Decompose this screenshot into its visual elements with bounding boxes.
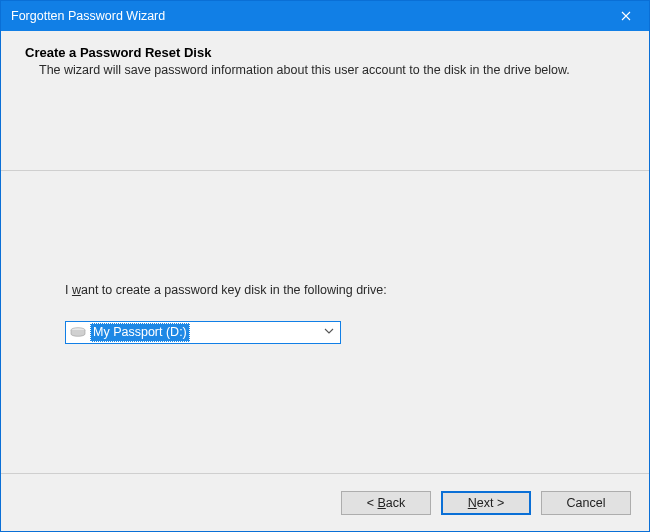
header-section: Create a Password Reset Disk The wizard … — [1, 31, 649, 171]
drive-icon — [70, 327, 86, 339]
close-button[interactable] — [603, 1, 649, 31]
content-area: Create a Password Reset Disk The wizard … — [1, 31, 649, 531]
next-button[interactable]: Next > — [441, 491, 531, 515]
footer-buttons: < Back Next > Cancel — [1, 473, 649, 531]
chevron-down-icon — [324, 325, 334, 336]
wizard-window: Forgotten Password Wizard Create a Passw… — [0, 0, 650, 532]
drive-label: I want to create a password key disk in … — [65, 283, 585, 297]
page-description: The wizard will save password informatio… — [39, 62, 621, 79]
drive-selected-value: My Passport (D:) — [90, 323, 190, 342]
cancel-button[interactable]: Cancel — [541, 491, 631, 515]
back-button[interactable]: < Back — [341, 491, 431, 515]
close-icon — [621, 11, 631, 21]
page-heading: Create a Password Reset Disk — [25, 45, 621, 60]
titlebar: Forgotten Password Wizard — [1, 1, 649, 31]
body-section: I want to create a password key disk in … — [1, 171, 649, 473]
window-title: Forgotten Password Wizard — [11, 9, 603, 23]
drive-combobox[interactable]: My Passport (D:) — [65, 321, 341, 344]
